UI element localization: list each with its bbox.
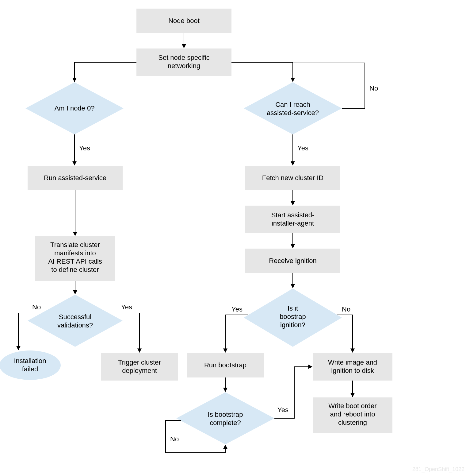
edge-networking-to-canreach bbox=[231, 62, 293, 82]
edge-validations-yes: Yes bbox=[117, 303, 139, 352]
node-can-reach-assisted: Can I reach assisted-service? bbox=[244, 82, 342, 134]
flowchart-diagram: Node boot Set node specific networking A… bbox=[0, 0, 466, 476]
edge-canreach-yes: Yes bbox=[293, 134, 308, 165]
svg-text:complete?: complete? bbox=[210, 419, 241, 427]
node-run-bootstrap: Run bootstrap bbox=[187, 353, 264, 377]
node-is-bootstrap-complete: Is bootstrap complete? bbox=[176, 392, 274, 444]
svg-text:Write image and: Write image and bbox=[328, 358, 377, 366]
svg-text:installer-agent: installer-agent bbox=[272, 219, 314, 227]
svg-text:Run assisted-service: Run assisted-service bbox=[44, 174, 106, 182]
node-fetch-cluster-id: Fetch new cluster ID bbox=[245, 166, 340, 190]
node-translate-manifests: Translate cluster manifests into AI REST… bbox=[35, 236, 115, 281]
svg-text:Trigger cluster: Trigger cluster bbox=[118, 358, 161, 366]
svg-text:No: No bbox=[342, 305, 350, 313]
edge-isbootstrap-no: No bbox=[337, 305, 353, 352]
svg-text:Successful: Successful bbox=[59, 313, 91, 321]
node-boot: Node boot bbox=[136, 9, 231, 33]
node-run-assisted-service: Run assisted-service bbox=[28, 166, 123, 190]
svg-text:validations?: validations? bbox=[57, 321, 93, 329]
node-successful-validations: Successful validations? bbox=[28, 295, 123, 347]
svg-text:Start assisted-: Start assisted- bbox=[271, 211, 315, 219]
watermark: 281_OpenShift_1022 bbox=[412, 466, 464, 473]
svg-marker-17 bbox=[28, 295, 123, 347]
svg-text:networking: networking bbox=[168, 62, 200, 70]
node-write-boot-order: Write boot order and reboot into cluster… bbox=[313, 397, 392, 433]
svg-text:AI REST API calls: AI REST API calls bbox=[48, 257, 102, 265]
svg-text:Set node specific: Set node specific bbox=[158, 54, 210, 61]
svg-text:Fetch new cluster ID: Fetch new cluster ID bbox=[262, 174, 324, 182]
svg-text:failed: failed bbox=[22, 365, 38, 373]
svg-text:Yes: Yes bbox=[277, 406, 288, 414]
svg-text:ignition?: ignition? bbox=[280, 321, 305, 329]
edge-networking-to-node0 bbox=[74, 62, 136, 82]
svg-text:ignition to disk: ignition to disk bbox=[331, 367, 374, 374]
svg-text:Write boot order: Write boot order bbox=[328, 402, 376, 410]
edge-validations-no: No bbox=[18, 303, 41, 350]
svg-text:clustering: clustering bbox=[338, 419, 367, 426]
node-trigger-cluster-deployment: Trigger cluster deployment bbox=[101, 353, 178, 381]
svg-marker-39 bbox=[176, 392, 274, 444]
node-write-image-ignition: Write image and ignition to disk bbox=[313, 353, 392, 381]
svg-text:to define cluster: to define cluster bbox=[51, 266, 99, 273]
edge-node0-yes: Yes bbox=[74, 134, 90, 165]
node-start-assisted-installer-agent: Start assisted- installer-agent bbox=[245, 206, 340, 233]
svg-text:Installation: Installation bbox=[14, 357, 46, 365]
svg-text:boostrap: boostrap bbox=[280, 313, 306, 320]
node-receive-ignition: Receive ignition bbox=[245, 249, 340, 273]
edge-bootstrapcomplete-yes: Yes bbox=[274, 367, 312, 418]
node-am-i-node0: Am I node 0? bbox=[25, 82, 124, 134]
svg-text:No: No bbox=[170, 435, 179, 443]
svg-text:Receive ignition: Receive ignition bbox=[269, 257, 316, 265]
svg-text:Is bootstrap: Is bootstrap bbox=[208, 411, 243, 418]
svg-text:Is it: Is it bbox=[288, 304, 298, 312]
svg-text:deployment: deployment bbox=[122, 367, 157, 374]
svg-text:Yes: Yes bbox=[121, 303, 132, 311]
svg-text:Can I reach: Can I reach bbox=[275, 101, 310, 108]
svg-text:assisted-service?: assisted-service? bbox=[267, 109, 319, 117]
svg-text:Yes: Yes bbox=[231, 305, 243, 313]
svg-text:Yes: Yes bbox=[297, 144, 308, 152]
svg-text:Translate cluster: Translate cluster bbox=[50, 241, 100, 249]
svg-text:Am I node 0?: Am I node 0? bbox=[55, 104, 95, 112]
svg-text:manifests into: manifests into bbox=[54, 249, 96, 257]
node-installation-failed: Installation failed bbox=[0, 350, 61, 380]
svg-text:No: No bbox=[369, 84, 378, 92]
edge-isbootstrap-yes: Yes bbox=[225, 305, 248, 352]
svg-text:No: No bbox=[32, 303, 41, 311]
svg-text:Yes: Yes bbox=[79, 144, 90, 152]
svg-text:and reboot into: and reboot into bbox=[330, 410, 375, 418]
node-set-networking: Set node specific networking bbox=[136, 48, 231, 76]
node-is-bootstrap-ignition: Is it boostrap ignition? bbox=[244, 288, 342, 347]
svg-text:Node boot: Node boot bbox=[168, 17, 200, 25]
svg-text:Run bootstrap: Run bootstrap bbox=[204, 361, 246, 369]
svg-marker-7 bbox=[244, 82, 342, 134]
